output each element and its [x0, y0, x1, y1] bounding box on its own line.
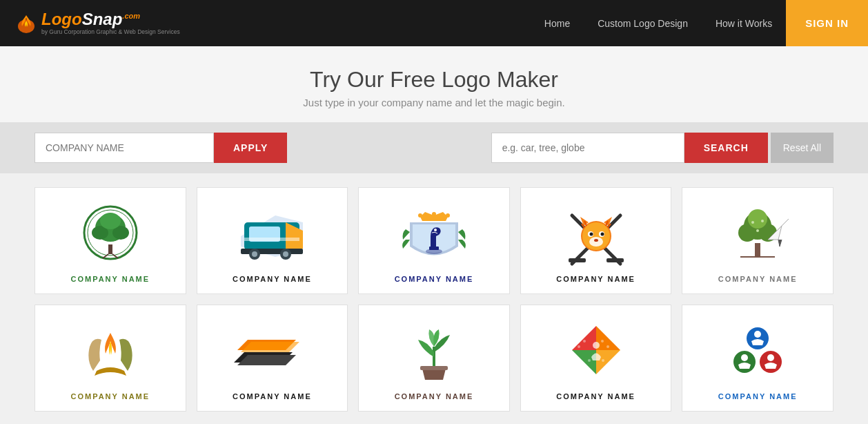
- svg-point-17: [432, 212, 436, 216]
- logo-image-6: [72, 319, 148, 388]
- svg-marker-48: [572, 326, 596, 350]
- logo-image-2: [234, 202, 310, 271]
- logo-image-4: [558, 202, 634, 271]
- svg-point-58: [602, 359, 604, 362]
- header: LogoSnap.com by Guru Corporation Graphic…: [0, 0, 868, 46]
- logo-card-4-name: COMPANY NAME: [556, 275, 635, 283]
- svg-point-40: [751, 221, 754, 224]
- svg-point-39: [748, 209, 767, 229]
- logo-card-3[interactable]: COMPANY NAME: [358, 187, 510, 294]
- svg-rect-10: [244, 238, 299, 241]
- svg-point-52: [593, 342, 600, 349]
- svg-rect-24: [569, 258, 586, 262]
- logo-card-2-name: COMPANY NAME: [233, 275, 312, 283]
- svg-rect-25: [606, 258, 624, 262]
- nav-how-it-works[interactable]: How it Works: [702, 0, 786, 46]
- logo-image-3: [396, 202, 472, 271]
- svg-rect-34: [755, 243, 760, 257]
- logo-card-9-name: COMPANY NAME: [556, 392, 635, 401]
- logo-icon: [14, 11, 39, 36]
- svg-point-65: [753, 349, 762, 358]
- logo-image-1: [72, 202, 148, 271]
- svg-point-62: [741, 354, 748, 361]
- logo-image-9: [558, 319, 634, 388]
- logo-image-10: [720, 319, 796, 388]
- logo-card-6-name: COMPANY NAME: [70, 392, 150, 401]
- logo-image-7: [234, 319, 310, 388]
- svg-point-64: [767, 354, 774, 361]
- svg-point-31: [589, 233, 593, 236]
- svg-point-61: [733, 351, 756, 373]
- svg-point-21: [434, 229, 437, 231]
- logo-card-10[interactable]: COMPANY NAME: [682, 305, 834, 412]
- svg-point-18: [446, 213, 450, 218]
- logo-card-3-name: COMPANY NAME: [395, 275, 474, 283]
- svg-point-15: [283, 251, 288, 257]
- svg-point-16: [418, 213, 422, 218]
- svg-point-57: [588, 359, 591, 362]
- keyword-search-input[interactable]: [491, 133, 684, 163]
- logo-grid: COMPANY NAME COMPANY NAME: [0, 173, 868, 424]
- logo-image-8: [396, 319, 472, 388]
- svg-point-54: [583, 340, 586, 343]
- svg-point-55: [606, 345, 609, 348]
- svg-point-7: [100, 213, 121, 229]
- logo-card-8[interactable]: COMPANY NAME: [358, 305, 510, 412]
- svg-rect-20: [429, 247, 439, 250]
- svg-marker-50: [572, 350, 596, 374]
- svg-point-42: [756, 229, 759, 232]
- svg-point-59: [747, 327, 769, 349]
- svg-point-33: [594, 239, 598, 242]
- svg-rect-45: [420, 366, 448, 370]
- logo-card-6[interactable]: COMPANY NAME: [34, 305, 186, 412]
- logo-image-5: [720, 202, 796, 271]
- logo-card-7-name: COMPANY NAME: [233, 392, 312, 401]
- logo-card-5-name: COMPANY NAME: [718, 275, 798, 283]
- logo-card-2[interactable]: COMPANY NAME: [197, 187, 348, 294]
- search-bar: APPLY SEARCH Reset All: [0, 122, 868, 173]
- main-nav: Home Custom Logo Design How it Works SIG…: [531, 0, 868, 46]
- logo: LogoSnap.com by Guru Corporation Graphic…: [14, 11, 180, 36]
- sign-in-button[interactable]: SIGN IN: [786, 0, 868, 46]
- svg-point-13: [252, 251, 257, 257]
- logo-card-10-name: COMPANY NAME: [718, 392, 798, 401]
- logo-card-7[interactable]: COMPANY NAME: [197, 305, 348, 412]
- logo-card-4[interactable]: COMPANY NAME: [520, 187, 672, 294]
- logo-card-1-name: COMPANY NAME: [70, 275, 150, 283]
- svg-marker-51: [596, 350, 620, 374]
- logo-tagline: by Guru Corporation Graphic & Web Design…: [41, 28, 180, 35]
- svg-point-44: [103, 338, 105, 340]
- search-button[interactable]: SEARCH: [684, 133, 768, 163]
- svg-point-32: [600, 233, 604, 236]
- hero-subtitle: Just type in your company name and let t…: [14, 97, 854, 108]
- hero-section: Try Our Free Logo Maker Just type in you…: [0, 46, 868, 122]
- logo-card-8-name: COMPANY NAME: [395, 392, 474, 401]
- logo-brand: LogoSnap.com: [41, 11, 180, 28]
- svg-rect-3: [108, 244, 112, 254]
- svg-point-53: [578, 345, 580, 348]
- svg-point-63: [760, 351, 782, 373]
- logo-card-9[interactable]: COMPANY NAME: [520, 305, 672, 412]
- svg-point-41: [761, 220, 764, 222]
- company-name-input[interactable]: [34, 133, 214, 163]
- svg-point-43: [101, 342, 104, 345]
- logo-card-5[interactable]: COMPANY NAME: [682, 187, 834, 294]
- hero-title: Try Our Free Logo Maker: [14, 67, 854, 93]
- nav-home[interactable]: Home: [531, 0, 584, 46]
- svg-point-56: [601, 340, 604, 343]
- reset-button[interactable]: Reset All: [771, 133, 834, 163]
- nav-custom-logo[interactable]: Custom Logo Design: [584, 0, 702, 46]
- svg-point-60: [754, 331, 761, 338]
- logo-card-1[interactable]: COMPANY NAME: [34, 187, 186, 294]
- apply-button[interactable]: APPLY: [214, 133, 287, 163]
